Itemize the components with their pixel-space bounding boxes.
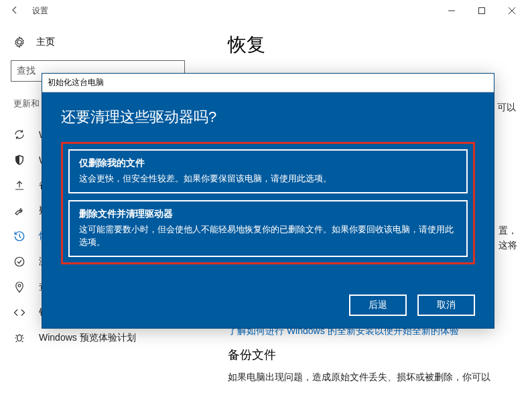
minimize-button[interactable]: [436, 0, 466, 21]
option-title: 删除文件并清理驱动器: [79, 208, 457, 220]
obscured-text: 可以: [497, 102, 516, 114]
history-icon: [13, 230, 25, 242]
code-icon: [13, 307, 25, 319]
obscured-text: 置，: [498, 225, 517, 237]
shield-icon: [13, 154, 25, 166]
window-titlebar: 设置: [0, 0, 532, 21]
sidebar-home-label: 主页: [36, 36, 55, 48]
option-remove-and-clean[interactable]: 删除文件并清理驱动器 这可能需要数小时，但会使他人不能轻易地恢复你的已删除文件。…: [68, 200, 468, 257]
svg-point-4: [15, 257, 24, 266]
svg-point-5: [18, 284, 21, 287]
obscured-text: 这将: [498, 240, 517, 252]
wrench-icon: [13, 205, 25, 217]
window-controls: [436, 0, 527, 21]
back-button[interactable]: [5, 5, 24, 17]
dialog-question: 还要清理这些驱动器吗?: [61, 107, 475, 127]
maximize-button[interactable]: [466, 0, 496, 21]
search-placeholder: 查找: [17, 65, 36, 77]
sidebar-item-insider[interactable]: Windows 预览体验计划: [11, 325, 190, 351]
gear-icon: [13, 36, 25, 48]
option-desc: 这会更快，但安全性较差。如果你要保留该电脑，请使用此选项。: [79, 172, 457, 185]
back-button[interactable]: 后退: [349, 295, 407, 316]
upload-icon: [13, 179, 25, 191]
reset-dialog: 初始化这台电脑 还要清理这些驱动器吗? 仅删除我的文件 这会更快，但安全性较差。…: [42, 73, 494, 329]
location-icon: [13, 281, 25, 293]
backup-heading: 备份文件: [228, 347, 516, 363]
close-button[interactable]: [496, 0, 527, 21]
bug-icon: [13, 332, 25, 344]
cancel-button[interactable]: 取消: [417, 295, 475, 316]
sidebar-home[interactable]: 主页: [13, 36, 188, 48]
backup-text: 如果电脑出现问题，造成原始文件丢失、损坏或被删除，你可以: [228, 369, 516, 384]
sidebar-item-label: Windows 预览体验计划: [39, 332, 136, 344]
option-title: 仅删除我的文件: [79, 157, 457, 169]
svg-rect-1: [478, 8, 484, 14]
option-remove-files-only[interactable]: 仅删除我的文件 这会更快，但安全性较差。如果你要保留该电脑，请使用此选项。: [68, 149, 468, 193]
check-circle-icon: [13, 256, 25, 268]
dialog-options-highlight: 仅删除我的文件 这会更快，但安全性较差。如果你要保留该电脑，请使用此选项。 删除…: [61, 142, 475, 264]
refresh-icon: [13, 129, 25, 141]
dialog-titlebar: 初始化这台电脑: [42, 74, 494, 92]
option-desc: 这可能需要数小时，但会使他人不能轻易地恢复你的已删除文件。如果你要回收该电脑，请…: [79, 223, 457, 249]
window-title: 设置: [32, 5, 48, 17]
page-title: 恢复: [228, 32, 516, 58]
